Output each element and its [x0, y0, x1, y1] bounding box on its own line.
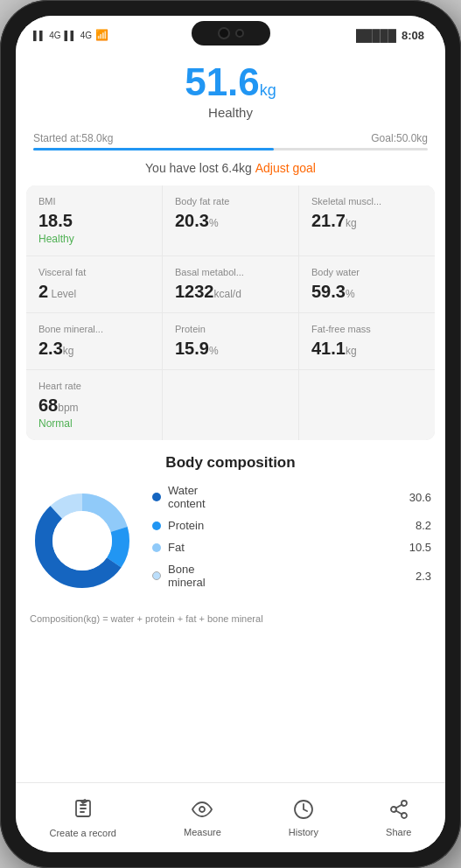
body-comp-title: Body composition	[30, 454, 431, 472]
nav-share-label: Share	[386, 827, 411, 837]
legend-protein-left: Protein	[152, 519, 204, 532]
legend-protein: Protein 8.2	[152, 519, 431, 532]
metric-heart-rate[interactable]: Heart rate 68bpm Normal	[26, 370, 162, 440]
donut-svg	[30, 488, 135, 593]
metric-protein-label: Protein	[175, 324, 286, 334]
nav-measure-label: Measure	[184, 827, 221, 837]
legend-bone-dot	[152, 571, 161, 580]
metrics-grid: BMI 18.5 Healthy Body fat rate 20.3% Ske…	[26, 186, 435, 440]
metric-heart-rate-sub: Normal	[38, 417, 150, 430]
weight-value: 51.6	[185, 60, 260, 103]
metric-fat-free-label: Fat-free mass	[311, 324, 423, 334]
nav-measure[interactable]: Measure	[173, 794, 232, 843]
metric-skeletal[interactable]: Skeletal muscl... 21.7kg	[299, 186, 435, 256]
metric-bmi[interactable]: BMI 18.5 Healthy	[26, 186, 162, 256]
share-icon	[388, 799, 409, 823]
signal-icon-4: 4G	[80, 31, 92, 40]
body-comp-content: Watercontent 30.6 Protein 8.2	[30, 484, 431, 598]
camera-lens-2	[235, 29, 244, 38]
legend-fat-value: 10.5	[409, 541, 431, 554]
metric-body-water-value: 59.3%	[311, 281, 423, 302]
legend-water-left: Watercontent	[152, 484, 206, 510]
nav-create-record[interactable]: Create a record	[39, 793, 127, 844]
legend-bone-left: Bonemineral	[152, 563, 206, 589]
body-comp-section: Body composition	[16, 440, 445, 605]
create-record-icon	[73, 798, 94, 824]
weight-display: 51.6kg	[33, 63, 428, 102]
legend-bone-name: Bonemineral	[168, 563, 206, 589]
legend-protein-value: 8.2	[416, 519, 431, 532]
metric-visceral[interactable]: Visceral fat 2 Level	[26, 256, 162, 312]
svg-line-14	[395, 810, 402, 814]
signal-icon: ▌▌	[33, 31, 45, 40]
lost-text: You have lost 6.4kg	[145, 161, 252, 175]
metric-empty-2	[299, 370, 435, 440]
metric-bmi-sub: Healthy	[38, 233, 150, 245]
metric-fat-free-value: 41.1kg	[311, 338, 423, 359]
metric-visceral-value: 2 Level	[38, 281, 150, 302]
started-label: Started at:58.0kg	[33, 132, 113, 144]
legend-protein-dot	[152, 522, 161, 530]
metric-heart-rate-value: 68bpm	[38, 395, 150, 416]
svg-line-15	[395, 804, 402, 808]
metric-visceral-label: Visceral fat	[38, 267, 150, 277]
nav-create-label: Create a record	[50, 828, 116, 838]
legend-fat-left: Fat	[152, 541, 185, 554]
metric-bmi-label: BMI	[38, 196, 150, 206]
weight-status: Healthy	[33, 105, 428, 120]
progress-bar-fill	[33, 148, 274, 150]
battery-icon: █████	[356, 29, 396, 42]
legend-bone-value: 2.3	[416, 570, 431, 583]
svg-point-9	[199, 807, 205, 812]
metric-basal-label: Basal metabol...	[175, 267, 286, 277]
nav-share[interactable]: Share	[375, 794, 422, 843]
metric-skeletal-label: Skeletal muscl...	[311, 196, 423, 206]
progress-labels: Started at:58.0kg Goal:50.0kg	[33, 132, 428, 144]
metric-bone[interactable]: Bone mineral... 2.3kg	[26, 313, 162, 369]
donut-chart	[30, 488, 135, 593]
metric-body-fat[interactable]: Body fat rate 20.3%	[163, 186, 298, 256]
metric-empty-1	[163, 370, 298, 440]
metric-bmi-value: 18.5	[38, 210, 150, 231]
status-left: ▌▌ 4G ▌▌ 4G 📶	[33, 29, 108, 41]
camera-lens-1	[218, 27, 230, 39]
legend-water: Watercontent 30.6	[152, 484, 431, 510]
metric-fat-free[interactable]: Fat-free mass 41.1kg	[299, 313, 435, 369]
metric-body-water[interactable]: Body water 59.3%	[299, 256, 435, 312]
legend-fat-name: Fat	[168, 541, 185, 554]
phone-screen: ▌▌ 4G ▌▌ 4G 📶 █████ 8:08 51.6kg Healthy	[16, 16, 445, 852]
bottom-nav: Create a record Measure	[16, 782, 445, 852]
phone-frame: ▌▌ 4G ▌▌ 4G 📶 █████ 8:08 51.6kg Healthy	[0, 0, 461, 868]
progress-bar-track	[33, 148, 428, 150]
metric-bone-value: 2.3kg	[38, 338, 150, 359]
legend-fat-dot	[152, 543, 161, 552]
goal-label: Goal:50.0kg	[371, 132, 428, 144]
weight-unit: kg	[260, 81, 276, 99]
legend-bone: Bonemineral 2.3	[152, 563, 431, 589]
nav-history[interactable]: History	[278, 794, 329, 843]
main-content: 51.6kg Healthy Started at:58.0kg Goal:50…	[16, 54, 445, 782]
nav-history-label: History	[289, 827, 318, 837]
status-time: 8:08	[402, 29, 424, 42]
wifi-icon: 📶	[95, 29, 108, 41]
metric-protein-value: 15.9%	[175, 338, 286, 359]
svg-point-4	[52, 511, 112, 570]
formula-note: Composition(kg) = water + protein + fat …	[30, 612, 431, 626]
adjust-goal-link[interactable]: Adjust goal	[255, 161, 316, 175]
legend-water-dot	[152, 493, 161, 501]
weight-header: 51.6kg Healthy	[16, 54, 445, 125]
metric-basal-value: 1232kcal/d	[175, 281, 286, 302]
signal-icon-2: 4G	[49, 31, 60, 40]
legend-protein-name: Protein	[168, 519, 204, 532]
progress-container: Started at:58.0kg Goal:50.0kg	[16, 125, 445, 156]
metric-body-fat-label: Body fat rate	[175, 196, 286, 206]
metric-basal[interactable]: Basal metabol... 1232kcal/d	[163, 256, 298, 312]
metric-bone-label: Bone mineral...	[38, 324, 150, 334]
metric-heart-rate-label: Heart rate	[38, 381, 150, 391]
history-icon	[293, 799, 314, 823]
lost-message: You have lost 6.4kg Adjust goal	[16, 161, 445, 175]
camera-bump	[192, 21, 270, 46]
metric-body-water-label: Body water	[311, 267, 423, 277]
metric-protein[interactable]: Protein 15.9%	[163, 313, 298, 369]
legend-water-name: Watercontent	[168, 484, 206, 510]
